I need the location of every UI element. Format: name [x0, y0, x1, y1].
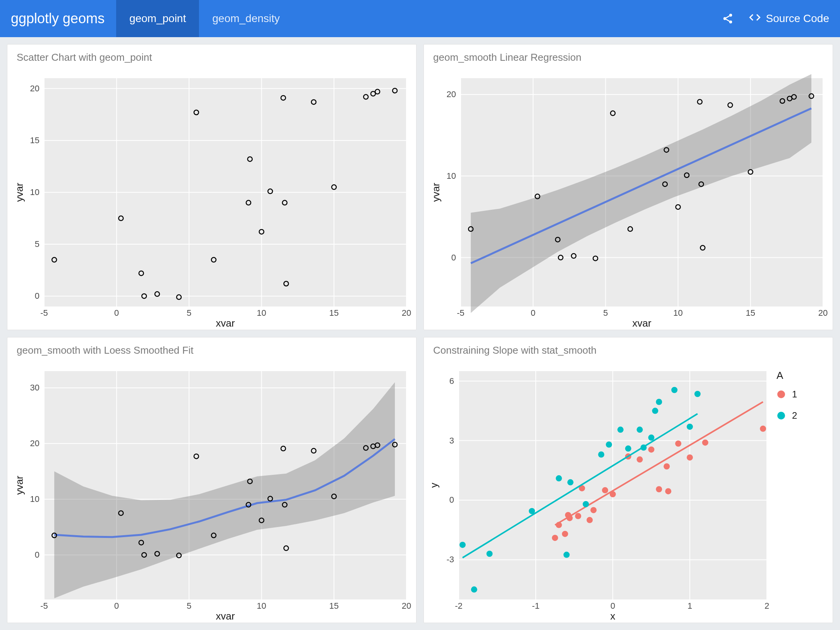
svg-point-173	[663, 463, 670, 469]
svg-text:20: 20	[30, 438, 39, 448]
svg-point-182	[487, 551, 493, 557]
svg-point-181	[471, 586, 477, 592]
chart-p2[interactable]: -50510152001020xvaryvar	[424, 67, 833, 330]
svg-text:10: 10	[30, 187, 39, 197]
panel-slope: Constraining Slope with stat_smooth -2-1…	[423, 337, 833, 623]
source-code-label: Source Code	[766, 12, 829, 25]
svg-text:xvar: xvar	[216, 610, 235, 622]
svg-text:-5: -5	[40, 601, 48, 611]
svg-point-192	[637, 426, 643, 433]
svg-point-163	[575, 513, 581, 519]
svg-text:10: 10	[30, 494, 39, 504]
svg-point-160	[562, 531, 568, 537]
svg-point-0	[729, 14, 732, 17]
svg-text:6: 6	[449, 376, 454, 386]
svg-text:20: 20	[402, 308, 411, 318]
svg-text:10: 10	[673, 308, 682, 318]
chart-p4[interactable]: -2-1012-3036xyA12	[424, 360, 833, 623]
source-code-link[interactable]: Source Code	[749, 12, 829, 26]
chart-p3[interactable]: -5051015200102030xvaryvar	[7, 360, 416, 623]
svg-text:yvar: yvar	[14, 476, 25, 495]
svg-point-2	[729, 21, 732, 24]
svg-text:2: 2	[765, 601, 769, 611]
svg-point-185	[564, 552, 570, 558]
svg-text:10: 10	[257, 308, 266, 318]
svg-point-183	[529, 508, 535, 514]
share-icon[interactable]	[722, 13, 734, 24]
tab-geom-point[interactable]: geom_point	[116, 0, 199, 37]
svg-text:2: 2	[792, 410, 797, 421]
svg-text:15: 15	[30, 135, 39, 145]
panel-lm: geom_smooth Linear Regression -505101520…	[423, 44, 833, 330]
svg-point-190	[617, 426, 624, 433]
svg-text:5: 5	[187, 601, 191, 611]
svg-text:20: 20	[818, 308, 828, 318]
svg-text:10: 10	[257, 601, 266, 611]
tab-geom-density[interactable]: geom_density	[199, 0, 293, 37]
svg-text:yvar: yvar	[430, 183, 442, 202]
svg-point-184	[556, 475, 562, 481]
panel-title: geom_smooth with Loess Smoothed Fit	[7, 337, 416, 360]
svg-text:-5: -5	[457, 308, 465, 318]
content-grid: Scatter Chart with geom_point -505101520…	[0, 37, 840, 630]
svg-text:0: 0	[449, 495, 454, 505]
svg-text:-5: -5	[40, 308, 48, 318]
svg-point-170	[637, 456, 643, 462]
svg-text:3: 3	[449, 436, 454, 445]
svg-text:yvar: yvar	[14, 183, 25, 202]
svg-text:x: x	[610, 610, 615, 622]
svg-text:0: 0	[114, 601, 119, 611]
svg-point-198	[687, 424, 693, 430]
svg-text:-3: -3	[446, 555, 454, 564]
svg-point-168	[610, 491, 616, 497]
svg-point-193	[641, 445, 647, 451]
svg-point-195	[652, 408, 658, 414]
svg-point-165	[586, 517, 593, 523]
svg-text:-2: -2	[455, 601, 463, 611]
svg-point-174	[665, 488, 671, 494]
brand: ggplotly geoms	[11, 10, 105, 27]
chart-p1[interactable]: -50510152005101520xvaryvar	[7, 67, 416, 330]
svg-point-191	[625, 445, 631, 452]
svg-point-187	[583, 501, 589, 507]
svg-text:0: 0	[531, 308, 535, 318]
svg-text:30: 30	[30, 383, 39, 392]
svg-point-180	[459, 542, 466, 548]
svg-text:20: 20	[30, 84, 39, 93]
svg-text:0: 0	[451, 253, 456, 262]
svg-point-186	[567, 479, 574, 485]
svg-point-188	[598, 451, 604, 457]
panel-title: geom_smooth Linear Regression	[424, 45, 833, 67]
svg-text:5: 5	[603, 308, 608, 318]
svg-point-189	[606, 442, 612, 448]
svg-point-162	[567, 515, 573, 521]
svg-text:20: 20	[402, 601, 411, 611]
navbar: ggplotly geoms geom_point geom_density S…	[0, 0, 840, 37]
svg-point-199	[694, 391, 701, 397]
svg-point-177	[702, 440, 708, 446]
svg-point-172	[656, 486, 662, 492]
svg-point-203	[777, 412, 785, 419]
svg-point-201	[777, 390, 785, 398]
svg-text:xvar: xvar	[216, 317, 235, 329]
svg-text:5: 5	[187, 308, 191, 318]
panel-scatter: Scatter Chart with geom_point -505101520…	[7, 44, 417, 330]
svg-point-196	[656, 399, 662, 405]
svg-point-175	[675, 440, 681, 447]
svg-text:1: 1	[687, 601, 692, 611]
svg-point-176	[687, 454, 693, 461]
svg-text:-1: -1	[532, 601, 540, 611]
svg-text:5: 5	[35, 239, 39, 249]
svg-text:15: 15	[329, 308, 339, 318]
svg-text:0: 0	[35, 550, 39, 560]
code-icon	[749, 12, 761, 26]
svg-text:1: 1	[792, 389, 797, 399]
svg-text:0: 0	[114, 308, 119, 318]
svg-point-159	[556, 522, 562, 528]
svg-point-158	[552, 535, 558, 541]
svg-point-171	[648, 447, 655, 453]
panel-title: Constraining Slope with stat_smooth	[424, 337, 833, 360]
svg-text:A: A	[777, 370, 783, 381]
nav-right: Source Code	[722, 12, 829, 26]
svg-text:0: 0	[610, 601, 615, 611]
